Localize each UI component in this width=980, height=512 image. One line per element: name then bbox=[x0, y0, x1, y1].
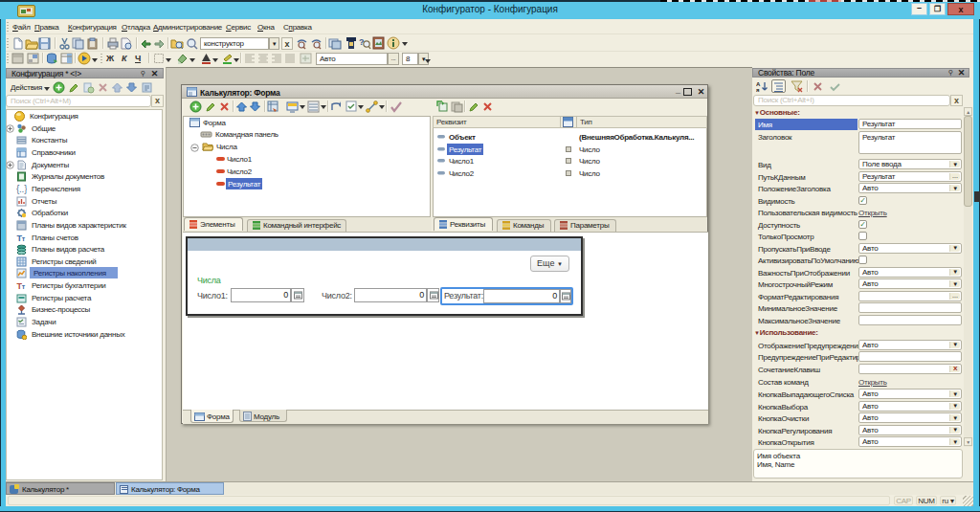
svg-text:Тт: Тт bbox=[17, 234, 26, 243]
svg-text:{..}: {..} bbox=[16, 184, 27, 194]
svg-text:Тт: Тт bbox=[17, 281, 26, 291]
svg-text:я: я bbox=[756, 87, 760, 93]
svg-text:?: ? bbox=[359, 37, 364, 47]
